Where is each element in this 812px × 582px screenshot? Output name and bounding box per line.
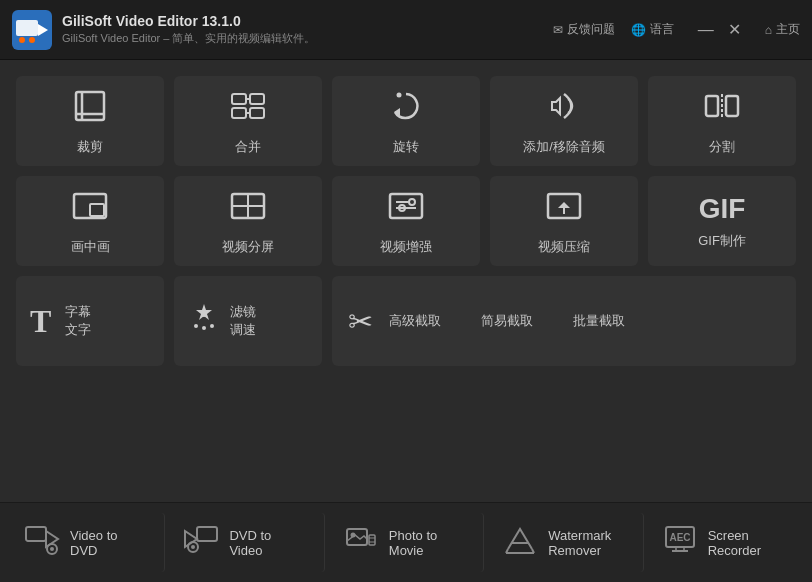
splitscreen-label: 视频分屏 bbox=[222, 239, 274, 256]
merge-icon bbox=[228, 86, 268, 131]
home-btn[interactable]: ⌂ 主页 bbox=[765, 21, 800, 38]
feedback-icon: ✉ bbox=[553, 23, 563, 37]
compress-label: 视频压缩 bbox=[538, 239, 590, 256]
photo-movie-btn[interactable]: Photo to Movie bbox=[329, 513, 484, 572]
screen-recorder-icon: AEC bbox=[662, 521, 698, 564]
rotate-label: 旋转 bbox=[393, 139, 419, 156]
audio-icon bbox=[544, 86, 584, 131]
svg-point-27 bbox=[409, 199, 415, 205]
svg-point-34 bbox=[202, 326, 206, 330]
tool-merge[interactable]: 合并 bbox=[174, 76, 322, 166]
simple-label: 简易截取 bbox=[481, 312, 533, 330]
photo-movie-text: Photo to Movie bbox=[389, 528, 437, 558]
batch-label: 批量截取 bbox=[573, 312, 625, 330]
svg-rect-24 bbox=[390, 194, 422, 218]
tool-filterspeed[interactable]: 滤镜 调速 bbox=[174, 276, 322, 366]
tool-split[interactable]: 分割 bbox=[648, 76, 796, 166]
svg-rect-1 bbox=[16, 20, 38, 36]
svg-rect-16 bbox=[706, 96, 718, 116]
feedback-btn[interactable]: ✉ 反馈问题 bbox=[553, 21, 615, 38]
video-dvd-top: Video to bbox=[70, 528, 117, 543]
svg-point-39 bbox=[50, 547, 54, 551]
watermark-btn[interactable]: Watermark Remover bbox=[488, 513, 643, 572]
filterspeed-labels: 滤镜 调速 bbox=[230, 303, 256, 339]
tool-rotate[interactable]: 旋转 bbox=[332, 76, 480, 166]
video-dvd-text: Video to DVD bbox=[70, 528, 117, 558]
svg-rect-11 bbox=[250, 108, 264, 118]
close-btn[interactable]: ✕ bbox=[728, 22, 741, 38]
pip-icon bbox=[70, 186, 110, 231]
dvd-video-top: DVD to bbox=[229, 528, 271, 543]
svg-rect-10 bbox=[232, 108, 246, 118]
trim-labels: 高级截取 简易截取 批量截取 bbox=[389, 312, 625, 330]
video-dvd-bot: DVD bbox=[70, 543, 117, 558]
audio-label: 添加/移除音频 bbox=[523, 139, 605, 156]
split-icon bbox=[702, 86, 742, 131]
video-dvd-btn[interactable]: Video to DVD bbox=[10, 513, 165, 572]
svg-marker-43 bbox=[185, 531, 197, 547]
gif-label: GIF制作 bbox=[698, 233, 746, 250]
svg-rect-5 bbox=[76, 92, 104, 120]
enhance-icon bbox=[386, 186, 426, 231]
speed-label: 调速 bbox=[230, 321, 256, 339]
tool-crop[interactable]: 裁剪 bbox=[16, 76, 164, 166]
watermark-bot: Remover bbox=[548, 543, 611, 558]
splitscreen-icon bbox=[228, 186, 268, 231]
app-subtitle: GiliSoft Video Editor – 简单、实用的视频编辑软件。 bbox=[62, 31, 553, 46]
bottom-bar: Video to DVD DVD to Video Photo to Movie… bbox=[0, 502, 812, 582]
gif-icon: GIF bbox=[699, 193, 746, 225]
tool-splitscreen[interactable]: 视频分屏 bbox=[174, 176, 322, 266]
svg-rect-36 bbox=[26, 527, 46, 541]
dvd-video-bot: Video bbox=[229, 543, 271, 558]
enhance-label: 视频增强 bbox=[380, 239, 432, 256]
dvd-video-icon bbox=[183, 521, 219, 564]
watermark-text: Watermark Remover bbox=[548, 528, 611, 558]
language-btn[interactable]: 🌐 语言 bbox=[631, 21, 674, 38]
photo-movie-top: Photo to bbox=[389, 528, 437, 543]
tool-pip[interactable]: 画中画 bbox=[16, 176, 164, 266]
svg-rect-42 bbox=[197, 527, 217, 541]
row1: 裁剪 合并 旋转 添加/移除音频 分割 bbox=[16, 76, 796, 166]
filter-label: 滤镜 bbox=[230, 303, 256, 321]
compress-icon bbox=[544, 186, 584, 231]
svg-point-35 bbox=[210, 324, 214, 328]
svg-rect-8 bbox=[232, 94, 246, 104]
tool-trim-group[interactable]: ✂ 高级截取 简易截取 批量截取 bbox=[332, 276, 796, 366]
svg-rect-46 bbox=[369, 535, 375, 545]
svg-rect-17 bbox=[726, 96, 738, 116]
filterspeed-icon bbox=[188, 302, 220, 341]
screen-recorder-text: Screen Recorder bbox=[708, 528, 761, 558]
crop-label: 裁剪 bbox=[77, 139, 103, 156]
app-logo bbox=[12, 10, 52, 50]
photo-movie-icon bbox=[343, 521, 379, 564]
video-dvd-icon bbox=[24, 521, 60, 564]
window-controls: — ✕ bbox=[698, 22, 741, 38]
tool-compress[interactable]: 视频压缩 bbox=[490, 176, 638, 266]
svg-rect-20 bbox=[90, 204, 104, 216]
home-icon: ⌂ bbox=[765, 23, 772, 37]
watermark-top: Watermark bbox=[548, 528, 611, 543]
text-label-block: 字幕 文字 bbox=[65, 303, 91, 339]
dvd-video-btn[interactable]: DVD to Video bbox=[169, 513, 324, 572]
tool-text[interactable]: T 字幕 文字 bbox=[16, 276, 164, 366]
text-bot-label: 文字 bbox=[65, 321, 91, 339]
svg-point-33 bbox=[194, 324, 198, 328]
screen-recorder-btn[interactable]: AEC Screen Recorder bbox=[648, 513, 802, 572]
tool-enhance[interactable]: 视频增强 bbox=[332, 176, 480, 266]
text-top-label: 字幕 bbox=[65, 303, 91, 321]
minimize-btn[interactable]: — bbox=[698, 22, 714, 38]
svg-point-4 bbox=[29, 37, 35, 43]
tool-gif[interactable]: GIF GIF制作 bbox=[648, 176, 796, 266]
title-bar: GiliSoft Video Editor 13.1.0 GiliSoft Vi… bbox=[0, 0, 812, 60]
screen-recorder-top: Screen bbox=[708, 528, 761, 543]
advanced-label: 高级截取 bbox=[389, 312, 441, 330]
split-label: 分割 bbox=[709, 139, 735, 156]
screen-recorder-bot: Recorder bbox=[708, 543, 761, 558]
svg-point-15 bbox=[397, 93, 402, 98]
row3: T 字幕 文字 滤镜 调速 ✂ 高级截取 简易截取 批量截取 bbox=[16, 276, 796, 366]
svg-text:AEC: AEC bbox=[669, 532, 690, 543]
watermark-icon bbox=[502, 521, 538, 564]
tool-audio[interactable]: 添加/移除音频 bbox=[490, 76, 638, 166]
photo-movie-bot: Movie bbox=[389, 543, 437, 558]
pip-label: 画中画 bbox=[71, 239, 110, 256]
